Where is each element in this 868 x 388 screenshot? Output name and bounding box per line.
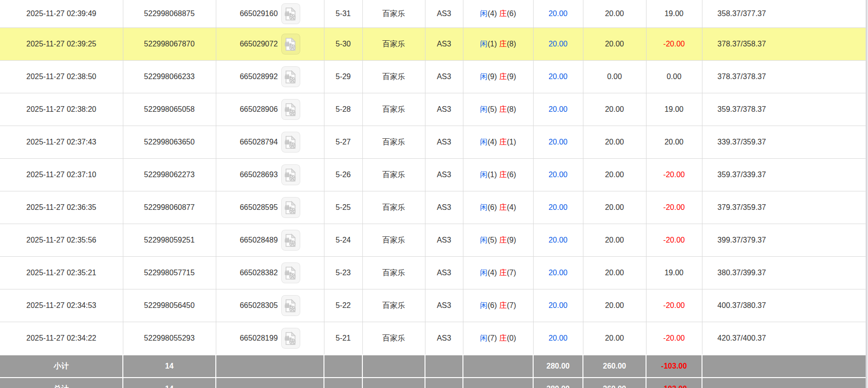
banker-points: (8) <box>507 40 517 48</box>
cell-bet-amount[interactable]: 20.00 <box>533 289 583 322</box>
cell-bet-amount[interactable]: 20.00 <box>533 93 583 126</box>
video-replay-button[interactable] <box>281 197 300 218</box>
player-points: (1) <box>488 171 497 179</box>
table-row[interactable]: 2025-11-27 02:36:35 522998060877 6650285… <box>0 191 866 224</box>
cell-bet-amount[interactable]: 20.00 <box>533 224 583 257</box>
video-replay-button[interactable] <box>281 328 300 349</box>
video-replay-button[interactable] <box>281 295 300 316</box>
player-label: 闲 <box>480 40 488 48</box>
cell-table-code: AS3 <box>425 322 463 355</box>
video-replay-button[interactable] <box>281 3 300 24</box>
game-number-text: 665028305 <box>240 301 277 310</box>
cell-bet-amount[interactable]: 20.00 <box>533 257 583 289</box>
cell-result: 闲(6)庄(4) <box>463 191 533 224</box>
game-number-text: 665028906 <box>240 105 277 114</box>
table-row[interactable]: 2025-11-27 02:34:22 522998055293 6650281… <box>0 322 866 355</box>
table-row[interactable]: 2025-11-27 02:37:43 522998063650 6650287… <box>0 126 866 159</box>
video-replay-button[interactable] <box>281 34 300 54</box>
player-points: (4) <box>488 138 497 146</box>
cell-round: 5-29 <box>324 61 362 93</box>
banker-points: (7) <box>507 269 517 277</box>
video-file-icon <box>284 234 297 247</box>
cell-result: 闲(4)庄(6) <box>463 0 533 28</box>
video-file-icon <box>284 37 297 51</box>
cell-table-code: AS3 <box>425 93 463 126</box>
banker-label: 庄 <box>499 236 507 244</box>
summary-balance <box>702 378 866 388</box>
cell-bet-id: 522998060877 <box>123 191 216 224</box>
bet-history-viewport: 2025-11-27 02:39:49 522998068875 6650291… <box>0 0 868 388</box>
banker-label: 庄 <box>499 9 507 18</box>
table-row[interactable]: 2025-11-27 02:38:20 522998065058 6650289… <box>0 93 866 126</box>
cell-valid-amount: 0.00 <box>583 61 646 93</box>
table-row[interactable]: 2025-11-27 02:38:50 522998066233 6650289… <box>0 61 866 93</box>
cell-bet-amount[interactable]: 20.00 <box>533 61 583 93</box>
video-replay-button[interactable] <box>281 230 300 251</box>
video-replay-button[interactable] <box>281 262 300 283</box>
table-row[interactable]: 2025-11-27 02:35:56 522998059251 6650284… <box>0 224 866 257</box>
banker-points: (0) <box>507 334 517 342</box>
cell-table-code: AS3 <box>425 191 463 224</box>
cell-round: 5-27 <box>324 126 362 159</box>
table-row[interactable]: 2025-11-27 02:35:21 522998057715 6650283… <box>0 257 866 289</box>
summary-count: 14 <box>123 355 216 378</box>
banker-label: 庄 <box>499 40 507 48</box>
cell-game-number: 665028382 <box>216 257 324 289</box>
cell-balance: 378.37/378.37 <box>702 61 866 93</box>
cell-balance: 420.37/400.37 <box>702 322 866 355</box>
cell-valid-amount: 20.00 <box>583 322 646 355</box>
cell-winloss: 19.00 <box>646 93 702 126</box>
game-number-text: 665028595 <box>240 203 277 212</box>
cell-game-type: 百家乐 <box>362 191 425 224</box>
cell-valid-amount: 20.00 <box>583 28 646 61</box>
cell-bet-amount[interactable]: 20.00 <box>533 159 583 191</box>
cell-bet-id: 522998068875 <box>123 0 216 28</box>
game-number-text: 665028489 <box>240 236 277 244</box>
player-label: 闲 <box>480 138 488 146</box>
cell-game-type: 百家乐 <box>362 61 425 93</box>
cell-bet-time: 2025-11-27 02:35:21 <box>0 257 123 289</box>
cell-game-number: 665028906 <box>216 93 324 126</box>
video-replay-button[interactable] <box>281 164 300 185</box>
cell-bet-id: 522998055293 <box>123 322 216 355</box>
cell-table-code: AS3 <box>425 257 463 289</box>
cell-game-number: 665028794 <box>216 126 324 159</box>
video-file-icon <box>284 168 297 182</box>
video-file-icon <box>284 201 297 215</box>
banker-points: (7) <box>507 301 517 309</box>
cell-valid-amount: 20.00 <box>583 224 646 257</box>
cell-balance: 339.37/359.37 <box>702 126 866 159</box>
player-label: 闲 <box>480 72 488 81</box>
cell-game-number: 665029072 <box>216 28 324 61</box>
table-row[interactable]: 2025-11-27 02:39:25 522998067870 6650290… <box>0 28 866 61</box>
player-label: 闲 <box>480 105 488 113</box>
cell-bet-time: 2025-11-27 02:37:10 <box>0 159 123 191</box>
cell-bet-amount[interactable]: 20.00 <box>533 126 583 159</box>
summary-winloss-total: -103.00 <box>646 355 702 378</box>
table-row[interactable]: 2025-11-27 02:39:49 522998068875 6650291… <box>0 0 866 28</box>
cell-bet-time: 2025-11-27 02:35:56 <box>0 224 123 257</box>
game-number-text: 665028199 <box>240 334 277 343</box>
cell-winloss: -20.00 <box>646 191 702 224</box>
cell-balance: 378.37/358.37 <box>702 28 866 61</box>
video-replay-button[interactable] <box>281 99 300 120</box>
cell-bet-amount[interactable]: 20.00 <box>533 0 583 28</box>
summary-count: 14 <box>123 378 216 388</box>
cell-bet-id: 522998057715 <box>123 257 216 289</box>
cell-bet-amount[interactable]: 20.00 <box>533 191 583 224</box>
summary-row: 小计 14 280.00 260.00 -103.00 <box>0 355 866 378</box>
cell-table-code: AS3 <box>425 28 463 61</box>
cell-balance: 400.37/380.37 <box>702 289 866 322</box>
cell-bet-amount[interactable]: 20.00 <box>533 322 583 355</box>
player-label: 闲 <box>480 9 488 18</box>
player-points: (6) <box>488 301 497 309</box>
cell-game-type: 百家乐 <box>362 289 425 322</box>
video-replay-button[interactable] <box>281 132 300 153</box>
cell-bet-amount[interactable]: 20.00 <box>533 28 583 61</box>
table-row[interactable]: 2025-11-27 02:34:53 522998056450 6650283… <box>0 289 866 322</box>
cell-round: 5-25 <box>324 191 362 224</box>
cell-game-type: 百家乐 <box>362 126 425 159</box>
cell-game-type: 百家乐 <box>362 28 425 61</box>
table-row[interactable]: 2025-11-27 02:37:10 522998062273 6650286… <box>0 159 866 191</box>
video-replay-button[interactable] <box>281 66 300 87</box>
